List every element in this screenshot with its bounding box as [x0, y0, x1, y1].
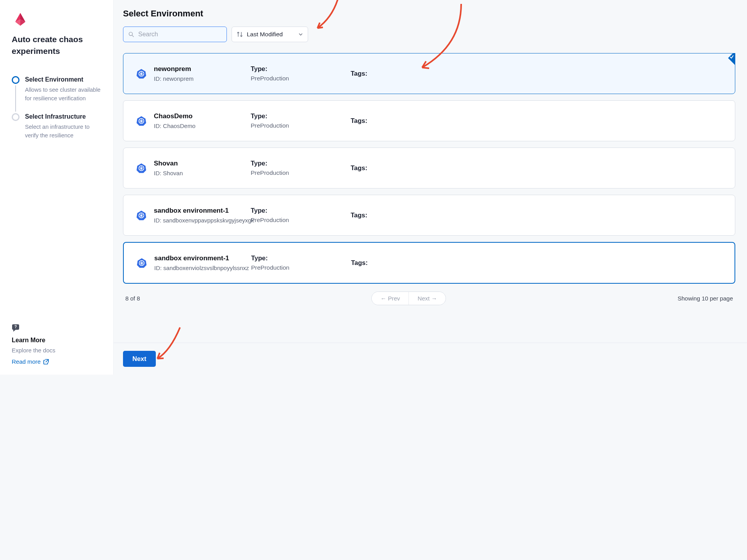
kubernetes-icon [136, 68, 147, 79]
main-panel: Select Environment Last Modified newonpr… [113, 0, 747, 375]
environment-card[interactable]: newonpremID: newonpremType:PreProduction… [123, 53, 735, 94]
learn-more-title: Learn More [12, 337, 103, 344]
type-value: PreProduction [251, 75, 351, 82]
kubernetes-icon [136, 116, 147, 126]
learn-more-section: ? Learn More Explore the docs Read more [12, 324, 103, 365]
environment-name: newonprem [154, 65, 251, 73]
step-description: Select an infrastructure to verify the r… [25, 123, 103, 140]
tags-label: Tags: [351, 259, 722, 267]
external-link-icon [43, 359, 49, 365]
kubernetes-icon [136, 210, 147, 221]
step-title: Select Environment [25, 76, 103, 83]
next-button[interactable]: Next [123, 351, 156, 367]
tags-label: Tags: [351, 70, 722, 77]
kubernetes-icon [136, 258, 147, 268]
type-value: PreProduction [251, 217, 351, 224]
wizard-steps: Select Environment Allows to see cluster… [12, 76, 103, 324]
environment-name: sandbox environment-1 [154, 254, 251, 262]
step-description: Allows to see cluster available for resi… [25, 85, 103, 103]
type-label: Type: [251, 65, 351, 73]
environment-name: sandbox environment-1 [154, 207, 251, 215]
svg-line-3 [132, 35, 134, 37]
environment-name: ChaosDemo [154, 112, 251, 120]
tags-label: Tags: [351, 212, 722, 219]
environment-id: ID: ChaosDemo [154, 123, 251, 129]
environment-id: ID: sandboxenvppavppskskvgyjseyxgk [154, 217, 251, 224]
step-indicator-icon [12, 76, 20, 84]
prev-button[interactable]: ← Prev [372, 292, 408, 305]
type-value: PreProduction [251, 264, 351, 271]
type-label: Type: [251, 254, 351, 262]
kubernetes-icon [136, 163, 147, 174]
environment-card[interactable]: sandbox environment-1ID: sandboxenvppavp… [123, 195, 735, 236]
tags-label: Tags: [351, 164, 722, 172]
environment-list: newonpremID: newonpremType:PreProduction… [123, 53, 735, 284]
pagination-per-page: Showing 10 per page [677, 295, 733, 302]
type-value: PreProduction [251, 122, 351, 129]
wizard-title: Auto create chaos experiments [12, 34, 103, 57]
pagination-bar: 8 of 8 ← Prev Next → Showing 10 per page [123, 284, 735, 309]
step-indicator-icon [12, 113, 20, 121]
sidebar: Auto create chaos experiments Select Env… [0, 0, 113, 375]
step-select-infrastructure[interactable]: Select Infrastructure Select an infrastr… [12, 113, 103, 150]
pagination-count: 8 of 8 [125, 295, 140, 302]
svg-text:?: ? [14, 325, 17, 329]
page-title: Select Environment [123, 9, 735, 19]
next-page-button[interactable]: Next → [408, 292, 446, 305]
step-select-environment[interactable]: Select Environment Allows to see cluster… [12, 76, 103, 113]
environment-name: Shovan [154, 160, 251, 167]
type-label: Type: [251, 112, 351, 120]
search-icon [128, 31, 134, 38]
learn-more-subtitle: Explore the docs [12, 347, 103, 354]
environment-id: ID: newonprem [154, 75, 251, 82]
environment-card[interactable]: ShovanID: ShovanType:PreProductionTags: [123, 148, 735, 188]
search-input-wrapper[interactable] [123, 27, 227, 42]
svg-point-2 [129, 32, 132, 36]
environment-card[interactable]: sandbox environment-1ID: sandboxenviolzs… [123, 242, 735, 284]
selected-badge [722, 53, 735, 66]
step-title: Select Infrastructure [25, 113, 103, 120]
help-chat-icon: ? [12, 324, 103, 334]
tags-label: Tags: [351, 117, 722, 124]
read-more-link[interactable]: Read more [12, 358, 49, 365]
search-input[interactable] [138, 31, 222, 38]
sort-icon [237, 31, 243, 37]
type-value: PreProduction [251, 169, 351, 176]
sort-label: Last Modified [247, 31, 283, 38]
logo-icon [12, 11, 29, 28]
environment-id: ID: sandboxenviolzsvslbnpoyylssnxz [154, 265, 251, 271]
chevron-down-icon [298, 32, 303, 37]
sort-dropdown[interactable]: Last Modified [232, 27, 308, 42]
type-label: Type: [251, 207, 351, 214]
environment-id: ID: Shovan [154, 170, 251, 176]
environment-card[interactable]: ChaosDemoID: ChaosDemoType:PreProduction… [123, 100, 735, 141]
footer-bar: Next [114, 343, 747, 375]
type-label: Type: [251, 160, 351, 167]
